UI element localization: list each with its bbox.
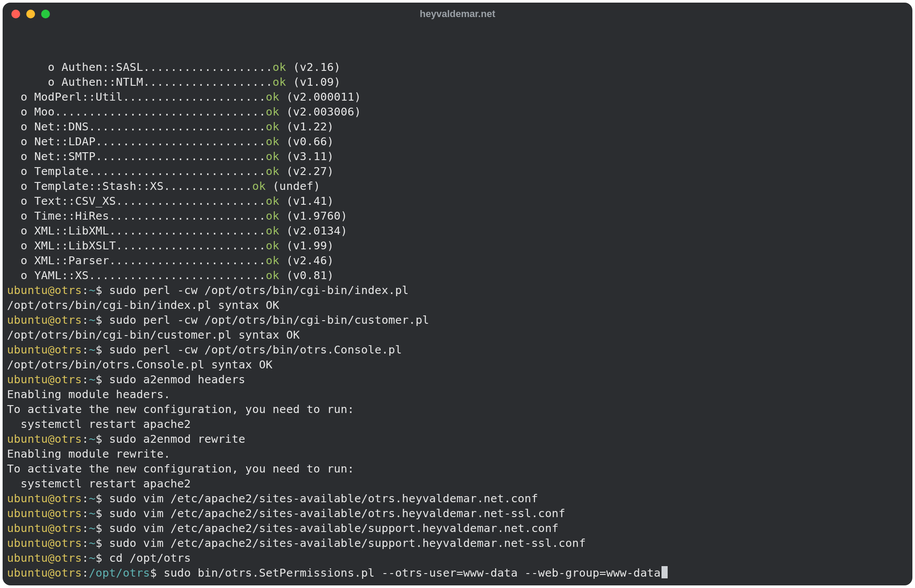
prompt-path: /opt/otrs — [89, 566, 150, 579]
module-check-line: o XML::Parser.......................ok (… — [7, 253, 908, 268]
status-ok: ok — [266, 135, 279, 148]
minimize-icon[interactable] — [26, 10, 35, 18]
status-ok: ok — [266, 164, 279, 178]
status-ok: ok — [273, 75, 286, 88]
module-check-line: o Text::CSV_XS......................ok (… — [7, 193, 908, 208]
command-line: ubuntu@otrs:~$ sudo vim /etc/apache2/sit… — [7, 536, 908, 550]
cursor — [662, 566, 668, 578]
command-text: sudo perl -cw /opt/otrs/bin/cgi-bin/inde… — [109, 284, 408, 297]
prompt-user-host: ubuntu@otrs — [7, 507, 82, 520]
status-ok: ok — [266, 224, 279, 237]
module-check-line: o XML::LibXSLT......................ok (… — [7, 238, 908, 253]
command-line: ubuntu@otrs:~$ sudo perl -cw /opt/otrs/b… — [7, 312, 908, 327]
command-text: sudo a2enmod headers — [109, 373, 245, 386]
status-ok: ok — [266, 90, 279, 103]
prompt-path: ~ — [89, 551, 96, 564]
command-text: sudo vim /etc/apache2/sites-available/su… — [109, 536, 586, 550]
output-line: systemctl restart apache2 — [7, 416, 908, 431]
prompt-user-host: ubuntu@otrs — [7, 492, 82, 505]
module-check-line: o Net::SMTP.........................ok (… — [7, 149, 908, 164]
module-check-line: o Template::Stash::XS.............ok (un… — [7, 178, 908, 193]
prompt-user-host: ubuntu@otrs — [7, 284, 82, 297]
prompt-path: ~ — [89, 492, 96, 505]
output-line: Enabling module headers. — [7, 387, 908, 402]
command-line: ubuntu@otrs:~$ sudo a2enmod rewrite — [7, 431, 908, 446]
prompt-user-host: ubuntu@otrs — [7, 432, 82, 445]
module-check-line: o Time::HiRes.......................ok (… — [7, 208, 908, 223]
status-ok: ok — [252, 179, 266, 192]
prompt-user-host: ubuntu@otrs — [7, 373, 82, 386]
command-text: cd /opt/otrs — [109, 551, 191, 564]
module-check-line: o Net::LDAP.........................ok (… — [7, 134, 908, 149]
status-ok: ok — [266, 194, 279, 207]
status-ok: ok — [273, 60, 286, 74]
prompt-user-host: ubuntu@otrs — [7, 343, 82, 356]
command-line: ubuntu@otrs:~$ sudo vim /etc/apache2/sit… — [7, 506, 908, 521]
output-line: Enabling module rewrite. — [7, 446, 908, 461]
output-line: systemctl restart apache2 — [7, 476, 908, 491]
prompt-user-host: ubuntu@otrs — [7, 522, 82, 535]
module-check-line: o Moo...............................ok (… — [7, 104, 908, 119]
module-check-line: o YAML::XS..........................ok (… — [7, 268, 908, 283]
prompt-path: ~ — [89, 373, 96, 386]
status-ok: ok — [266, 150, 279, 163]
window-title: heyvaldemar.net — [3, 8, 912, 20]
terminal-body[interactable]: o Authen::SASL...................ok (v2.… — [3, 25, 912, 585]
output-line: /opt/otrs/bin/cgi-bin/customer.pl syntax… — [7, 327, 908, 342]
prompt-user-host: ubuntu@otrs — [7, 313, 82, 326]
status-ok: ok — [266, 239, 279, 252]
command-text: sudo vim /etc/apache2/sites-available/ot… — [109, 507, 565, 520]
prompt-path: ~ — [89, 343, 96, 356]
prompt-path: ~ — [89, 507, 96, 520]
command-line: ubuntu@otrs:~$ sudo vim /etc/apache2/sit… — [7, 521, 908, 536]
command-line: ubuntu@otrs:~$ sudo a2enmod headers — [7, 372, 908, 387]
command-text: sudo a2enmod rewrite — [109, 432, 245, 445]
prompt-path: ~ — [89, 284, 96, 297]
command-text: sudo vim /etc/apache2/sites-available/su… — [109, 522, 558, 535]
close-icon[interactable] — [11, 10, 20, 18]
command-line: ubuntu@otrs:~$ sudo perl -cw /opt/otrs/b… — [7, 283, 908, 298]
output-line: /opt/otrs/bin/cgi-bin/index.pl syntax OK — [7, 298, 908, 312]
command-text: sudo vim /etc/apache2/sites-available/ot… — [109, 492, 538, 505]
command-line: ubuntu@otrs:~$ sudo perl -cw /opt/otrs/b… — [7, 342, 908, 357]
status-ok: ok — [266, 105, 279, 118]
prompt-path: ~ — [89, 313, 96, 326]
module-check-line: o XML::LibXML.......................ok (… — [7, 223, 908, 238]
output-line: To activate the new configuration, you n… — [7, 461, 908, 476]
terminal-window: heyvaldemar.net o Authen::SASL..........… — [3, 3, 912, 585]
prompt-path: ~ — [89, 536, 96, 550]
output-line: To activate the new configuration, you n… — [7, 402, 908, 416]
output-line: /opt/otrs/bin/otrs.Console.pl syntax OK — [7, 357, 908, 372]
command-text: sudo bin/otrs.SetPermissions.pl --otrs-u… — [164, 566, 661, 579]
status-ok: ok — [266, 254, 279, 267]
command-line: ubuntu@otrs:/opt/otrs$ sudo bin/otrs.Set… — [7, 565, 908, 580]
status-ok: ok — [266, 269, 279, 282]
module-check-line: o ModPerl::Util.....................ok (… — [7, 89, 908, 104]
prompt-user-host: ubuntu@otrs — [7, 566, 82, 579]
command-line: ubuntu@otrs:~$ cd /opt/otrs — [7, 550, 908, 565]
status-ok: ok — [266, 209, 279, 222]
status-ok: ok — [266, 120, 279, 133]
module-check-line: o Authen::NTLM...................ok (v1.… — [7, 74, 908, 89]
command-text: sudo perl -cw /opt/otrs/bin/otrs.Console… — [109, 343, 402, 356]
titlebar: heyvaldemar.net — [3, 3, 912, 25]
traffic-lights — [11, 10, 50, 18]
zoom-icon[interactable] — [41, 10, 50, 18]
prompt-user-host: ubuntu@otrs — [7, 551, 82, 564]
prompt-user-host: ubuntu@otrs — [7, 536, 82, 550]
module-check-line: o Template..........................ok (… — [7, 164, 908, 178]
module-check-line: o Net::DNS..........................ok (… — [7, 119, 908, 134]
command-text: sudo perl -cw /opt/otrs/bin/cgi-bin/cust… — [109, 313, 429, 326]
command-line: ubuntu@otrs:~$ sudo vim /etc/apache2/sit… — [7, 491, 908, 506]
prompt-path: ~ — [89, 522, 96, 535]
prompt-path: ~ — [89, 432, 96, 445]
module-check-line: o Authen::SASL...................ok (v2.… — [7, 60, 908, 74]
